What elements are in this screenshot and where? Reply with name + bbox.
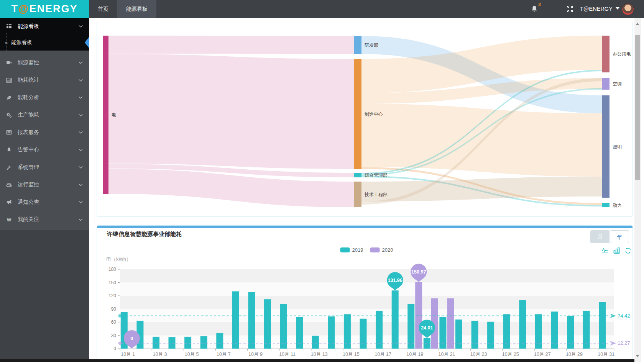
y-tick-label: 90 <box>111 306 117 312</box>
user-avatar[interactable] <box>622 3 634 15</box>
bell-icon <box>6 147 13 153</box>
bar-2019-10月3[interactable] <box>153 337 159 349</box>
bar-2019-10月7[interactable] <box>216 333 223 349</box>
card-accent-bar <box>97 226 632 228</box>
sankey-card: 电研发部制造中心综合管理部技术工程部办公用电空调照明动力 <box>97 22 633 217</box>
chevron-down-icon <box>79 79 83 82</box>
sankey-node-动力[interactable] <box>602 203 610 207</box>
tab-energy-dashboard[interactable]: 能源看板 <box>117 0 156 18</box>
sidebar-item-告警中心[interactable]: 告警中心 <box>0 141 89 159</box>
bar-2019-10月11[interactable] <box>280 304 287 349</box>
bar-2019-10月23[interactable] <box>472 321 478 349</box>
sidebar-item-报表服务[interactable]: 报表服务 <box>0 124 89 141</box>
sidebar-subitem-能源看板[interactable]: »能源看板 <box>0 34 89 51</box>
sankey-node-技术工程部[interactable] <box>354 182 361 207</box>
toggle-month-button[interactable]: 月 <box>590 230 610 243</box>
x-tick-label: 10月 9 <box>248 352 263 357</box>
sankey-node-研发部[interactable] <box>354 36 361 54</box>
sankey-node-label: 制造中心 <box>365 111 383 117</box>
sankey-node-label: 办公用电 <box>613 51 631 57</box>
sidebar-item-label: 我的关注 <box>18 216 39 223</box>
sidebar-item-label: 能源监控 <box>18 59 39 66</box>
sankey-node-制造中心[interactable] <box>354 59 361 169</box>
sankey-node-label: 电 <box>112 112 116 118</box>
bar-2019-10月26[interactable] <box>519 300 526 349</box>
notification-count-badge: 2 <box>538 2 541 7</box>
app-logo: T@ENERGY <box>0 0 89 18</box>
sidebar-item-我的关注[interactable]: ₩我的关注 <box>0 211 89 229</box>
sidebar-item-label: 报表服务 <box>18 129 39 136</box>
bar-2019-10月12[interactable] <box>296 317 303 349</box>
refresh-icon[interactable] <box>624 247 632 254</box>
sankey-node-label: 研发部 <box>365 43 378 48</box>
hdd-icon <box>6 182 13 188</box>
sankey-node-办公用电[interactable] <box>602 36 610 72</box>
x-tick-label: 10月 17 <box>375 352 391 357</box>
wrench-icon <box>6 164 13 170</box>
daily-energy-bar-chart[interactable]: 030609012015018010月 110月 310月 510月 710月 … <box>97 226 632 359</box>
svg-text:₩: ₩ <box>7 217 12 222</box>
sidebar-item-能源看板[interactable]: 能源看板 <box>0 18 89 34</box>
bar-2019-10月19[interactable] <box>407 304 414 349</box>
sidebar-item-通知公告[interactable]: 通知公告 <box>0 193 89 211</box>
bar-2019-10月18[interactable] <box>392 290 399 349</box>
bar-2019-10月9[interactable] <box>248 292 255 349</box>
bar-2020-10月19[interactable] <box>415 282 422 349</box>
x-tick-label: 10月 3 <box>153 352 167 357</box>
y-tick-label: 60 <box>111 319 117 325</box>
sankey-node-照明[interactable] <box>602 95 610 198</box>
marker-pin-label: 150.97 <box>411 269 426 275</box>
toggle-year-button[interactable]: 年 <box>610 230 629 243</box>
sankey-node-电[interactable] <box>103 36 108 194</box>
bar-2019-10月21[interactable] <box>439 317 446 349</box>
bar-2019-10月13[interactable] <box>312 336 319 349</box>
sidebar-item-能耗统计[interactable]: 能耗统计 <box>0 72 89 89</box>
user-menu[interactable]: T@ENERGY <box>580 0 619 18</box>
energy-flow-sankey-chart[interactable]: 电研发部制造中心综合管理部技术工程部办公用电空调照明动力 <box>97 22 632 216</box>
line-chart-icon[interactable] <box>601 247 609 254</box>
bottom-bar <box>0 359 634 362</box>
sankey-node-综合管理部[interactable] <box>354 173 361 177</box>
sidebar-item-生产能耗[interactable]: 生产能耗 <box>0 106 89 124</box>
scroll-down-arrow-icon[interactable] <box>636 355 639 359</box>
vertical-scrollbar[interactable] <box>634 18 641 362</box>
bar-2019-10月22[interactable] <box>455 319 462 349</box>
y-tick-label: 150 <box>108 280 116 285</box>
sankey-node-空调[interactable] <box>602 78 610 90</box>
bar-2019-10月24[interactable] <box>487 322 494 349</box>
video-icon <box>6 60 13 66</box>
legend-swatch-2020[interactable] <box>370 247 380 252</box>
bar-2019-10月14[interactable] <box>328 316 335 349</box>
sankey-node-label: 技术工程部 <box>364 192 388 197</box>
tab-home[interactable]: 首页 <box>89 0 117 18</box>
bar-2019-10月29[interactable] <box>567 316 574 349</box>
scrollbar-thumb[interactable] <box>635 35 640 180</box>
sidebar-item-label: 通知公告 <box>18 199 39 206</box>
bar-2019-10月16[interactable] <box>360 319 367 349</box>
bar-2019-10月4[interactable] <box>169 337 176 349</box>
bar-2019-10月5[interactable] <box>184 337 191 349</box>
bar-2019-10月8[interactable] <box>232 292 239 349</box>
top-header: T@ENERGY 首页 能源看板 2 T@ENERGY <box>0 0 644 18</box>
sidebar-item-label: 能耗统计 <box>18 77 39 84</box>
sankey-flow[interactable] <box>108 54 354 169</box>
bar-2019-10月6[interactable] <box>200 336 207 349</box>
x-tick-label: 10月 31 <box>598 352 614 357</box>
bar-2019-10月10[interactable] <box>264 299 271 349</box>
bar-2020-10月21[interactable] <box>447 298 454 349</box>
sidebar-item-能源监控[interactable]: 能源监控 <box>0 54 89 72</box>
scroll-up-arrow-icon[interactable] <box>636 21 639 25</box>
sankey-node-label: 照明 <box>613 144 622 149</box>
sankey-flow[interactable] <box>108 36 354 54</box>
sidebar-item-能耗分析[interactable]: 能耗分析 <box>0 89 89 106</box>
bar-chart-icon <box>6 77 13 83</box>
notification-bell-icon[interactable] <box>531 5 538 14</box>
sidebar-item-系统管理[interactable]: 系统管理 <box>0 159 89 176</box>
legend-swatch-2019[interactable] <box>340 247 350 252</box>
fullscreen-icon[interactable] <box>567 6 573 14</box>
legend-label: 2019 <box>352 247 363 253</box>
sidebar-item-运行监控[interactable]: 运行监控 <box>0 176 89 194</box>
bar-chart-icon[interactable] <box>613 247 620 254</box>
y-tick-label: 120 <box>108 293 116 298</box>
bar-2019-10月31[interactable] <box>599 302 606 349</box>
